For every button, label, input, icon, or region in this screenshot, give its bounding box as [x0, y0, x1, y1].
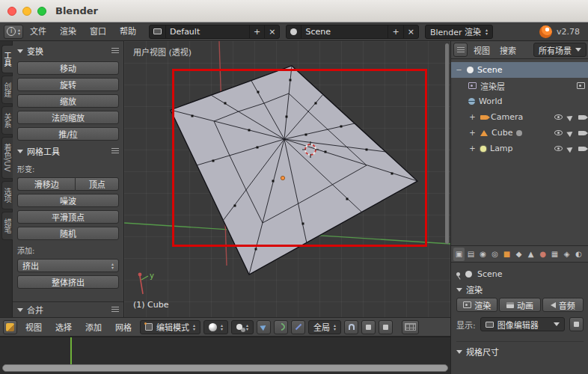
- panel-options-icon[interactable]: [111, 48, 119, 54]
- rotate-button[interactable]: 旋转: [17, 78, 119, 91]
- zoom-window-button[interactable]: [37, 7, 46, 16]
- snap-toggle-button[interactable]: [344, 320, 358, 334]
- collapse-icon[interactable]: [455, 66, 463, 74]
- randomize-button[interactable]: 随机: [17, 227, 119, 240]
- tab-shading-uv[interactable]: 着色/UV: [1, 137, 13, 179]
- scale-button[interactable]: 缩放: [17, 94, 119, 108]
- scene-browse-button[interactable]: [287, 25, 301, 38]
- render-animation-button[interactable]: 动画: [499, 298, 540, 312]
- renderability-toggle-icon[interactable]: [578, 115, 585, 120]
- add-menu[interactable]: 添加: [80, 321, 107, 333]
- tab-grease-pencil[interactable]: 蜡笔: [1, 212, 13, 240]
- expand-icon[interactable]: [468, 129, 477, 137]
- tab-object-data[interactable]: ▲: [525, 248, 536, 261]
- manipulator-scale-button[interactable]: [291, 320, 305, 334]
- edge-slide-button[interactable]: 滑移边: [17, 177, 75, 191]
- outliner-view-menu[interactable]: 视图: [470, 44, 494, 56]
- visibility-toggle-icon[interactable]: [554, 130, 563, 135]
- minimize-window-button[interactable]: [22, 7, 31, 16]
- tab-relations[interactable]: 关系: [1, 106, 13, 135]
- merge-panel-header[interactable]: 合并: [13, 301, 123, 317]
- outliner-search-menu[interactable]: 搜索: [496, 44, 520, 56]
- panel-options-icon[interactable]: [111, 148, 119, 154]
- push-pull-button[interactable]: 推/拉: [17, 127, 119, 141]
- tree-row-world[interactable]: World: [451, 94, 588, 109]
- timeline-scrollbar[interactable]: [2, 364, 448, 372]
- visibility-toggle-icon[interactable]: [554, 114, 563, 120]
- viewport-shading-dropdown[interactable]: [203, 320, 228, 334]
- tab-render[interactable]: ▣: [453, 248, 465, 261]
- selectability-toggle-icon[interactable]: [566, 113, 574, 121]
- selectability-toggle-icon[interactable]: [566, 144, 574, 153]
- scene-delete-button[interactable]: ×: [404, 25, 418, 38]
- screen-layout-add-button[interactable]: +: [250, 25, 265, 38]
- tab-modifiers[interactable]: ◆: [513, 248, 524, 261]
- render-audio-button[interactable]: 音频: [542, 298, 584, 312]
- tree-row-camera[interactable]: Camera: [451, 109, 588, 125]
- visibility-toggle-icon[interactable]: [554, 146, 563, 151]
- 3d-viewport[interactable]: 用户视图 (透视) (1) Cube y: [124, 41, 450, 317]
- menu-window[interactable]: 窗口: [83, 23, 113, 40]
- display-extra-button[interactable]: [569, 317, 584, 331]
- tab-physics[interactable]: ◐: [573, 248, 584, 261]
- tab-scene[interactable]: ◉: [477, 248, 489, 261]
- editor-type-button[interactable]: [3, 320, 17, 334]
- timeline-editor[interactable]: [0, 337, 450, 374]
- view-menu[interactable]: 视图: [20, 321, 47, 333]
- menu-file[interactable]: 文件: [23, 23, 53, 40]
- shrink-fatten-button[interactable]: 法向缩放: [17, 111, 119, 124]
- mode-dropdown[interactable]: 编辑模式: [140, 320, 200, 334]
- translate-button[interactable]: 移动: [17, 61, 119, 75]
- mesh-menu[interactable]: 网格: [110, 321, 137, 333]
- expand-icon[interactable]: [468, 113, 477, 121]
- tree-row-cube[interactable]: Cube: [451, 125, 588, 141]
- panel-options-icon[interactable]: [111, 307, 119, 313]
- pivot-point-dropdown[interactable]: [231, 320, 254, 334]
- transform-orientation-dropdown[interactable]: 全局: [308, 320, 341, 334]
- tree-row-render-layers[interactable]: 渲染层: [451, 78, 588, 94]
- scene-name[interactable]: Scene: [301, 25, 388, 38]
- tab-texture[interactable]: ▦: [549, 248, 560, 261]
- render-section-header[interactable]: 渲染: [456, 282, 584, 297]
- vertex-slide-button[interactable]: 顶点: [75, 177, 119, 191]
- editor-type-button[interactable]: [4, 25, 23, 39]
- transform-panel-header[interactable]: 变换: [17, 43, 119, 58]
- scene-add-button[interactable]: +: [388, 25, 403, 38]
- renderability-toggle-icon[interactable]: [578, 147, 585, 151]
- layers-button[interactable]: [402, 320, 419, 334]
- manipulator-translate-button[interactable]: [257, 320, 271, 334]
- tree-row-lamp[interactable]: Lamp: [451, 141, 588, 156]
- manipulator-rotate-button[interactable]: [274, 320, 288, 334]
- tab-create[interactable]: 创建: [1, 76, 13, 104]
- renderability-toggle-icon[interactable]: [578, 131, 585, 135]
- extrude-menu-dropdown[interactable]: 挤出: [17, 259, 119, 272]
- snap-element-button[interactable]: [361, 320, 376, 334]
- tab-options[interactable]: 选项: [1, 181, 13, 209]
- extrude-individual-button[interactable]: 整体挤出: [17, 275, 119, 289]
- tree-row-scene[interactable]: Scene: [451, 62, 588, 78]
- render-display-dropdown[interactable]: 图像编辑器: [480, 317, 565, 331]
- render-still-button[interactable]: 渲染: [456, 298, 497, 312]
- screen-layout-name[interactable]: Default: [166, 25, 250, 38]
- noise-button[interactable]: 噪波: [17, 194, 119, 207]
- smooth-vertex-button[interactable]: 平滑顶点: [17, 210, 119, 224]
- screen-layout-delete-button[interactable]: ×: [265, 25, 279, 38]
- close-window-button[interactable]: [7, 7, 16, 16]
- opengl-render-button[interactable]: [379, 320, 393, 334]
- tab-tools[interactable]: 工具: [1, 45, 13, 73]
- tab-object[interactable]: ■: [501, 248, 512, 261]
- mesh-tools-panel-header[interactable]: 网格工具: [17, 144, 119, 159]
- tab-render-layers[interactable]: ▤: [465, 248, 477, 261]
- selectability-toggle-icon[interactable]: [566, 129, 574, 137]
- screen-layout-browse-button[interactable]: [150, 25, 166, 38]
- select-menu[interactable]: 选择: [50, 321, 77, 333]
- tab-world[interactable]: ◎: [489, 248, 500, 261]
- outliner-scrollbar[interactable]: [445, 43, 449, 244]
- tab-particles[interactable]: ◈: [561, 248, 572, 261]
- menu-render[interactable]: 渲染: [53, 23, 83, 40]
- tab-material[interactable]: ●: [537, 248, 548, 261]
- editor-type-button[interactable]: [453, 43, 468, 57]
- menu-help[interactable]: 帮助: [113, 23, 143, 40]
- pin-icon[interactable]: [456, 272, 460, 276]
- timeline-playhead[interactable]: [70, 337, 72, 364]
